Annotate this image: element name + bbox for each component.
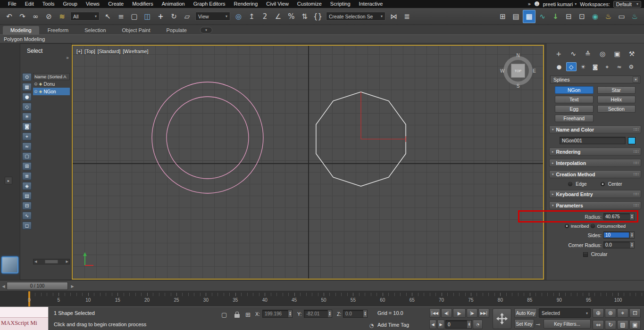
rollout-grip-icon[interactable]: ∷∷ — [633, 192, 638, 197]
ribbon-tab-selection[interactable]: Selection — [77, 26, 113, 34]
rendered-frame-window-icon[interactable]: ▭ — [615, 10, 628, 23]
selection-filter-dropdown[interactable]: All ▾ — [70, 12, 100, 21]
display-bones-icon[interactable]: ≣ — [22, 172, 32, 180]
ribbon-tab-populate[interactable]: Populate — [159, 26, 194, 34]
menu-group[interactable]: Group — [59, 0, 82, 8]
redo-icon[interactable]: ↷ — [16, 10, 29, 23]
rectangular-selection-region-icon[interactable]: ▢ — [128, 10, 141, 23]
select-and-link-icon[interactable]: ∞ — [29, 10, 42, 23]
display-cameras-icon[interactable]: ◙ — [22, 123, 32, 131]
select-and-move-icon[interactable]: + — [154, 10, 167, 23]
zoom-extents-all-icon[interactable]: ⊡ — [629, 308, 641, 318]
spinner-arrows-icon[interactable]: ▲ ▼ — [363, 310, 367, 317]
scroll-left-icon[interactable]: ◀ — [34, 260, 37, 264]
current-frame-field[interactable]: 0 ▲ ▼ — [445, 320, 472, 329]
section-button[interactable]: Section — [597, 105, 636, 113]
pan-view-icon[interactable]: ⇔ — [593, 320, 604, 330]
creation-method-header[interactable]: ▾ Creation Method ∷∷ — [549, 170, 641, 178]
compass-north[interactable]: N — [516, 53, 519, 58]
star-button[interactable]: Star — [597, 86, 636, 94]
percent-snap-icon[interactable]: % — [285, 10, 298, 23]
viewcube-top-face[interactable]: TOP — [511, 64, 525, 78]
object-name-field[interactable]: NGon001 — [560, 137, 626, 144]
rendering-header[interactable]: ▸ Rendering ∷∷ — [549, 148, 641, 156]
object-color-swatch[interactable] — [628, 137, 636, 144]
spin-down-icon[interactable]: ▼ — [289, 314, 291, 316]
parameters-header[interactable]: ▾ Parameters ∷∷ — [549, 201, 641, 209]
keyboard-entry-header[interactable]: ▸ Keyboard Entry ∷∷ — [549, 190, 641, 198]
utilities-tab-icon[interactable]: ⚒ — [626, 49, 637, 58]
mirror-icon[interactable]: ⋈ — [387, 10, 400, 23]
display-containers-icon[interactable]: ◈ — [22, 182, 32, 190]
helpers-category-icon[interactable]: ⌖ — [602, 62, 612, 71]
lights-category-icon[interactable]: ☀ — [578, 62, 588, 71]
viewport-menu-renderer[interactable]: [Standard] — [98, 49, 120, 54]
viewport-layout-tab-button[interactable] — [1, 256, 18, 273]
menu-civil-view[interactable]: Civil View — [262, 0, 293, 8]
next-frame-button[interactable]: |▶ — [467, 308, 477, 318]
hierarchy-tab-icon[interactable]: ≙ — [582, 49, 594, 58]
spinner-arrows-icon[interactable]: ▲ ▼ — [629, 242, 634, 248]
display-materials-icon[interactable]: ▤ — [22, 192, 32, 200]
spinner-arrows-icon[interactable]: ▲ ▼ — [629, 232, 634, 238]
space-warps-category-icon[interactable]: ≈ — [614, 62, 625, 71]
user-account-dropdown[interactable]: preeti kumari ▾ — [543, 1, 577, 7]
menu-rendering[interactable]: Rendering — [230, 0, 262, 8]
display-frozen-icon[interactable]: ⊟ — [22, 202, 32, 210]
menu-overflow-chevron[interactable]: » — [528, 1, 531, 7]
bind-to-space-warp-icon[interactable]: ≋ — [56, 10, 68, 23]
visibility-eye-icon[interactable]: ⊙ — [34, 89, 38, 94]
spinner-arrows-icon[interactable]: ▲ ▼ — [288, 310, 292, 317]
panel-overflow-chevron[interactable]: » — [66, 55, 69, 60]
spin-down-icon[interactable]: ▼ — [364, 314, 366, 316]
create-selection-set-dropdown[interactable]: Create Selection Se ▾ — [326, 12, 385, 21]
radius-spinner[interactable]: 40.675 ▲ ▼ — [603, 213, 635, 220]
expand-panel-button[interactable]: ▸ — [5, 177, 12, 184]
display-geometry-icon[interactable]: ● — [22, 93, 32, 101]
lock-explorer-icon[interactable]: ◻ — [22, 222, 32, 230]
viewport-menu-shading[interactable]: [Wireframe] — [123, 49, 148, 54]
menu-interactive[interactable]: Interactive — [355, 0, 387, 8]
render-setup-icon[interactable]: ♨ — [602, 10, 615, 23]
visibility-eye-icon[interactable]: ⊙ — [34, 82, 38, 86]
key-step-back-icon[interactable]: ◀ — [429, 320, 436, 329]
motion-tab-icon[interactable]: ◎ — [597, 49, 608, 58]
workspace-dropdown[interactable]: Default ▾ — [613, 1, 641, 8]
select-and-scale-icon[interactable]: ▱ — [181, 10, 193, 23]
compass-west[interactable]: W — [500, 68, 504, 74]
undo-icon[interactable]: ↶ — [3, 10, 16, 23]
edge-radio[interactable] — [568, 182, 572, 186]
spin-down-icon[interactable]: ▼ — [631, 235, 633, 238]
spinner-arrows-icon[interactable]: ▲ ▼ — [629, 214, 634, 220]
viewcube[interactable]: TOP N S W E — [500, 52, 536, 89]
display-shapes-icon[interactable]: ◇ — [22, 103, 32, 111]
egg-button[interactable]: Egg — [555, 105, 594, 113]
offset-mode-icon[interactable]: ⊞ — [245, 311, 251, 318]
spin-down-icon[interactable]: ▼ — [631, 217, 633, 219]
viewport-menu-pov[interactable]: [Top] — [84, 49, 95, 54]
add-time-tag-button[interactable]: Add Time Tag — [377, 322, 409, 328]
cameras-category-icon[interactable]: ◙ — [590, 62, 601, 71]
menu-views[interactable]: Views — [82, 0, 104, 8]
display-lights-icon[interactable]: ☀ — [22, 113, 32, 121]
systems-category-icon[interactable]: ⚙ — [626, 62, 636, 71]
time-configuration-icon[interactable]: ◔ — [473, 320, 483, 329]
menu-scripting[interactable]: Scripting — [326, 0, 355, 8]
modify-tab-icon[interactable]: ∿ — [568, 49, 579, 58]
snaps-toggle-icon[interactable]: 2 — [259, 10, 271, 23]
maxscript-mini-listener[interactable]: MAXScript Mi — [0, 307, 49, 330]
display-spacewarps-icon[interactable]: ≈ — [22, 142, 32, 150]
curve-editor-icon[interactable]: ∿ — [536, 10, 549, 23]
zoom-icon[interactable]: ⊕ — [593, 308, 604, 318]
menu-modifiers[interactable]: Modifiers — [128, 0, 158, 8]
previous-frame-button[interactable]: ◀| — [441, 308, 452, 318]
ngon-button[interactable]: NGon — [555, 86, 594, 94]
menu-file[interactable]: File — [4, 0, 21, 8]
dope-sheet-icon[interactable]: ⊟ — [562, 10, 575, 23]
ribbon-tab-modeling[interactable]: Modeling — [3, 26, 39, 34]
field-of-view-icon[interactable]: ▨ — [617, 320, 628, 330]
slider-right-arrow[interactable]: ▶ — [70, 283, 75, 289]
scrollbar-thumb[interactable] — [45, 260, 58, 264]
menu-tools[interactable]: Tools — [38, 0, 59, 8]
set-key-button[interactable]: Set Key — [514, 319, 534, 329]
